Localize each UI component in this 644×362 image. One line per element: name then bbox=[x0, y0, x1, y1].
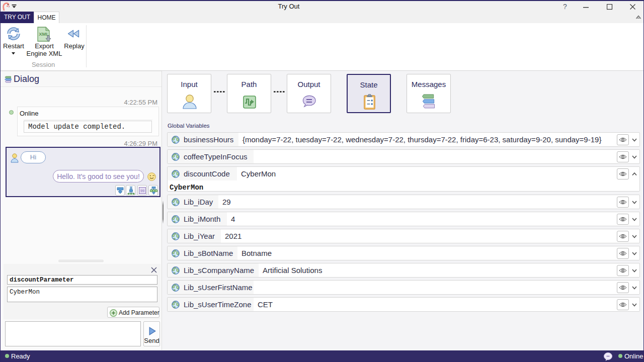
svg-text:99: 99 bbox=[140, 189, 144, 193]
